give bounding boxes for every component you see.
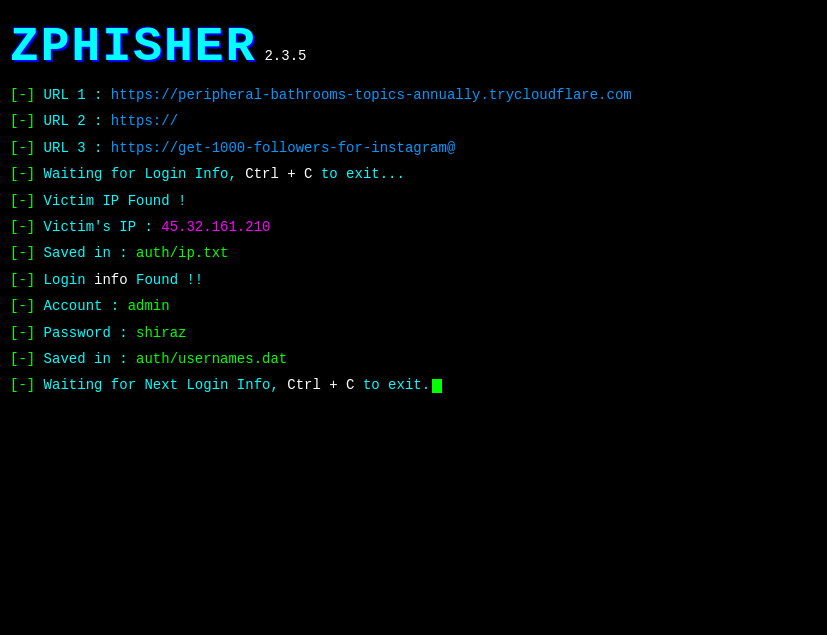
terminal-line-password: [-] Password : shiraz <box>0 320 827 346</box>
line-prefix: [-] <box>10 140 35 156</box>
line-prefix: [-] <box>10 325 35 341</box>
terminal-line-login-found: [-] Login info Found !! <box>0 267 827 293</box>
app-version: 2.3.5 <box>264 48 306 64</box>
line-part: Account : <box>35 298 127 314</box>
line-part: Waiting for Login Info, <box>35 166 245 182</box>
terminal-line-url1: [-] URL 1 : https://peripheral-bathrooms… <box>0 82 827 108</box>
line-prefix: [-] <box>10 298 35 314</box>
line-part: to exit. <box>354 377 430 393</box>
line-part: to exit... <box>312 166 404 182</box>
line-part: Ctrl + C <box>245 166 312 182</box>
line-part: auth/ip.txt <box>136 245 228 261</box>
terminal-line-url3: [-] URL 3 : https://get-1000-followers-f… <box>0 135 827 161</box>
title-area: ZPHISHER 2.3.5 <box>0 10 827 82</box>
terminal-line-victim-found: [-] Victim IP Found ! <box>0 188 827 214</box>
terminal-line-account: [-] Account : admin <box>0 293 827 319</box>
line-part: https:// <box>111 113 178 129</box>
line-part: Password : <box>35 325 136 341</box>
line-part: shiraz <box>136 325 186 341</box>
line-prefix: [-] <box>10 351 35 367</box>
line-part: Found !! <box>128 272 204 288</box>
line-part: Saved in : <box>35 351 136 367</box>
line-part: info <box>94 272 128 288</box>
terminal-line-waiting2: [-] Waiting for Next Login Info, Ctrl + … <box>0 372 827 398</box>
terminal-line-saved-ip: [-] Saved in : auth/ip.txt <box>0 240 827 266</box>
line-prefix: [-] <box>10 166 35 182</box>
line-part: Ctrl + C <box>287 377 354 393</box>
line-part: URL 1 : <box>35 87 111 103</box>
line-part: https://peripheral-bathrooms-topics-annu… <box>111 87 632 103</box>
line-prefix: [-] <box>10 87 35 103</box>
line-prefix: [-] <box>10 377 35 393</box>
line-prefix: [-] <box>10 219 35 235</box>
line-prefix: [-] <box>10 113 35 129</box>
terminal-line-saved-usernames: [-] Saved in : auth/usernames.dat <box>0 346 827 372</box>
terminal-cursor <box>432 379 442 393</box>
line-part: Victim's IP : <box>35 219 161 235</box>
app-title: ZPHISHER <box>10 20 256 74</box>
line-part: Waiting for Next Login Info, <box>35 377 287 393</box>
line-prefix: [-] <box>10 245 35 261</box>
line-part: Login <box>35 272 94 288</box>
line-part: URL 2 : <box>35 113 111 129</box>
line-part: admin <box>128 298 170 314</box>
line-part: Saved in : <box>35 245 136 261</box>
line-part: 45.32.161.210 <box>161 219 270 235</box>
terminal-window: ZPHISHER 2.3.5 [-] URL 1 : https://perip… <box>0 0 827 635</box>
line-part: auth/usernames.dat <box>136 351 287 367</box>
line-part: URL 3 : <box>35 140 111 156</box>
line-part: Victim IP Found ! <box>35 193 186 209</box>
terminal-line-waiting1: [-] Waiting for Login Info, Ctrl + C to … <box>0 161 827 187</box>
line-part: https://get-1000-followers-for-instagram… <box>111 140 455 156</box>
terminal-line-victim-ip: [-] Victim's IP : 45.32.161.210 <box>0 214 827 240</box>
line-prefix: [-] <box>10 193 35 209</box>
terminal-line-url2: [-] URL 2 : https:// <box>0 108 827 134</box>
terminal-output: [-] URL 1 : https://peripheral-bathrooms… <box>0 82 827 399</box>
line-prefix: [-] <box>10 272 35 288</box>
